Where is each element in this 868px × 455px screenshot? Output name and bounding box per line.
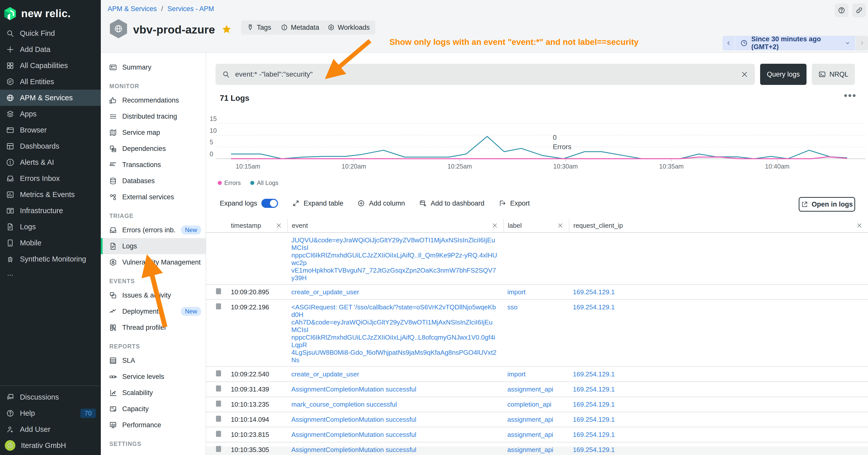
cell-event-link[interactable]: mark_course_completion successful bbox=[287, 397, 503, 411]
table-row[interactable]: 10:10:14.094 AssignmentCompletionMutatio… bbox=[206, 412, 868, 427]
global-nav-item-all-capabilities[interactable]: All Capabilities bbox=[0, 58, 101, 73]
global-nav-item-errors-inbox[interactable]: Errors Inbox bbox=[0, 170, 101, 187]
global-nav-item-iterativ-gmbh[interactable]: Iterativ GmbH bbox=[0, 437, 101, 454]
entity-nav-item-recommendations[interactable]: Recommendations bbox=[101, 92, 206, 108]
remove-column-icon[interactable] bbox=[857, 223, 863, 228]
entity-nav-item-performance[interactable]: Performance bbox=[101, 417, 206, 433]
column-header-label[interactable]: label bbox=[503, 219, 569, 232]
column-header-request_client_ip[interactable]: request_client_ip bbox=[569, 219, 868, 232]
global-nav-item-logs[interactable]: Logs bbox=[0, 219, 101, 235]
table-row[interactable]: 10:10:23.815 AssignmentCompletionMutatio… bbox=[206, 427, 868, 443]
cell-event-link[interactable]: AssignmentCompletionMutation successful bbox=[287, 382, 503, 395]
row-indicator[interactable] bbox=[216, 446, 221, 452]
toolbar-add-to-dashboard[interactable]: Add to dashboard bbox=[419, 199, 485, 207]
entity-nav-item-thread-profiler[interactable]: Thread profiler bbox=[101, 320, 206, 335]
time-picker-next[interactable] bbox=[856, 36, 868, 51]
breadcrumb-services-apm[interactable]: Services - APM bbox=[167, 5, 214, 12]
table-row[interactable]: JUQVU&code=eyJraWQiOiJjcGltY29yZV8wOTI1M… bbox=[206, 233, 868, 285]
metadata-button[interactable]: Metadata bbox=[275, 21, 325, 34]
table-row[interactable]: 10:09:20.895 create_or_update_user impor… bbox=[206, 285, 868, 300]
entity-nav-item-errors-errors-inb-[interactable]: Errors (errors inb... New bbox=[101, 222, 206, 238]
global-nav-item-alerts-ai[interactable]: Alerts & AI bbox=[0, 154, 101, 170]
entity-nav-item-service-levels[interactable]: Service levels bbox=[101, 368, 206, 385]
global-nav-item-add-data[interactable]: Add Data bbox=[0, 41, 101, 58]
expand-logs-toggle[interactable]: Expand logs bbox=[220, 199, 278, 208]
table-row[interactable]: 10:09:22.540 create_or_update_user impor… bbox=[206, 367, 868, 382]
open-in-logs-button[interactable]: Open in logs bbox=[799, 197, 855, 212]
cell-label-link[interactable]: assignment_api bbox=[503, 427, 569, 441]
logs-timeseries-chart[interactable]: 05101510:15am10:20am10:25am10:30am10:35a… bbox=[206, 110, 868, 173]
entity-nav-item-dependencies[interactable]: Dependencies bbox=[101, 140, 206, 157]
legend-item-errors[interactable]: Errors bbox=[218, 180, 241, 187]
global-nav-item-apm-services[interactable]: APM & Services bbox=[0, 90, 101, 106]
table-row[interactable]: 10:10:13.235 mark_course_completion succ… bbox=[206, 397, 868, 412]
row-indicator[interactable] bbox=[216, 386, 221, 391]
cell-event-link[interactable]: AssignmentCompletionMutation successful bbox=[287, 412, 503, 426]
query-logs-button[interactable]: Query logs bbox=[760, 64, 806, 85]
page-title[interactable]: vbv-prod-azure bbox=[133, 23, 215, 36]
cell-event-link[interactable]: create_or_update_user bbox=[287, 367, 503, 381]
cell-event-link[interactable]: AssignmentCompletionMutation successful bbox=[287, 443, 503, 455]
remove-column-icon[interactable] bbox=[557, 223, 563, 228]
cell-request-client-ip-link[interactable]: 169.254.129.1 bbox=[569, 443, 868, 455]
cell-request-client-ip-link[interactable]: 169.254.129.1 bbox=[569, 382, 868, 395]
cell-event-link[interactable]: AssignmentCompletionMutation successful bbox=[287, 427, 503, 441]
cell-label-link[interactable]: assignment_api bbox=[503, 382, 569, 395]
entity-nav-item-vulnerability-management[interactable]: Vulnerability Management bbox=[101, 254, 206, 270]
toolbar-expand-table[interactable]: Expand table bbox=[292, 199, 343, 207]
row-indicator[interactable] bbox=[216, 431, 221, 437]
cell-label-link[interactable]: import bbox=[503, 285, 569, 298]
search-query-value[interactable]: event:* -"label":"security" bbox=[235, 70, 736, 78]
cell-request-client-ip-link[interactable]: 169.254.129.1 bbox=[569, 412, 868, 426]
entity-nav-item-deployments[interactable]: Deployments New bbox=[101, 303, 206, 320]
column-header-timestamp[interactable]: timestamp bbox=[227, 219, 287, 232]
entity-nav-item-databases[interactable]: Databases bbox=[101, 173, 206, 189]
remove-column-icon[interactable] bbox=[276, 223, 282, 228]
time-picker-prev[interactable] bbox=[722, 36, 735, 51]
toolbar-export[interactable]: Export bbox=[498, 199, 530, 207]
entity-nav-item-external-services[interactable]: External services bbox=[101, 189, 206, 205]
toolbar-add-column[interactable]: Add column bbox=[358, 199, 405, 207]
cell-request-client-ip-link[interactable]: 169.254.129.1 bbox=[569, 427, 868, 441]
breadcrumb[interactable]: APM & Services / Services - APM bbox=[107, 5, 214, 13]
breadcrumb-apm-services[interactable]: APM & Services bbox=[107, 5, 157, 12]
entity-nav-item-distributed-tracing[interactable]: Distributed tracing bbox=[101, 108, 206, 125]
global-nav-item-infrastructure[interactable]: Infrastructure bbox=[0, 202, 101, 219]
global-nav-item-metrics-events[interactable]: Metrics & Events bbox=[0, 187, 101, 202]
cell-request-client-ip-link[interactable]: 169.254.129.1 bbox=[569, 397, 868, 411]
clear-search-icon[interactable] bbox=[741, 70, 748, 78]
entity-nav-item-logs[interactable]: Logs bbox=[101, 238, 206, 254]
remove-column-icon[interactable] bbox=[492, 223, 498, 228]
global-nav-item-help[interactable]: Help 70 bbox=[0, 405, 101, 421]
global-nav-item-synthetic-monitoring[interactable]: Synthetic Monitoring bbox=[0, 251, 101, 267]
global-nav-item-discussions[interactable]: Discussions bbox=[0, 389, 101, 405]
cell-request-client-ip-link[interactable]: 169.254.129.1 bbox=[569, 300, 868, 314]
global-nav-item-add-user[interactable]: Add User bbox=[0, 421, 101, 437]
nrql-button[interactable]: NRQL bbox=[812, 64, 855, 85]
global-nav-item-all-entities[interactable]: All Entities bbox=[0, 73, 101, 90]
time-picker-dropdown[interactable]: Since 30 minutes ago (GMT+2) bbox=[735, 36, 856, 51]
row-indicator[interactable] bbox=[216, 370, 221, 377]
entity-nav-item-service-map[interactable]: Service map bbox=[101, 125, 206, 140]
global-nav-item-dashboards[interactable]: Dashboards bbox=[0, 138, 101, 154]
row-indicator[interactable] bbox=[216, 303, 221, 310]
new-relic-logo[interactable]: new relic. bbox=[0, 0, 101, 25]
cell-request-client-ip-link[interactable]: 169.254.129.1 bbox=[569, 285, 868, 298]
entity-nav-item-scalability[interactable]: Scalability bbox=[101, 385, 206, 401]
logs-search-input[interactable]: event:* -"label":"security" bbox=[216, 64, 755, 85]
chevron-down-icon[interactable] bbox=[210, 27, 216, 34]
cell-request-client-ip-link[interactable] bbox=[569, 233, 868, 239]
entity-nav-item-transactions[interactable]: Transactions bbox=[101, 157, 206, 173]
cell-label-link[interactable] bbox=[503, 233, 569, 239]
entity-nav-item-summary[interactable]: Summary bbox=[101, 59, 206, 75]
help-button[interactable] bbox=[835, 3, 848, 17]
cell-event-link[interactable]: JUQVU&code=eyJraWQiOiJjcGltY29yZV8wOTI1M… bbox=[287, 233, 503, 284]
favorite-star-icon[interactable] bbox=[221, 24, 232, 35]
cell-event-link[interactable]: create_or_update_user bbox=[287, 285, 503, 298]
entity-nav-item-sla[interactable]: SLA bbox=[101, 353, 206, 368]
global-nav-item-quick-find[interactable]: Quick Find bbox=[0, 25, 101, 41]
global-nav-item-more[interactable] bbox=[0, 267, 101, 283]
workloads-button[interactable]: Workloads bbox=[322, 21, 375, 34]
cell-request-client-ip-link[interactable]: 169.254.129.1 bbox=[569, 367, 868, 381]
cell-label-link[interactable]: sso bbox=[503, 300, 569, 314]
